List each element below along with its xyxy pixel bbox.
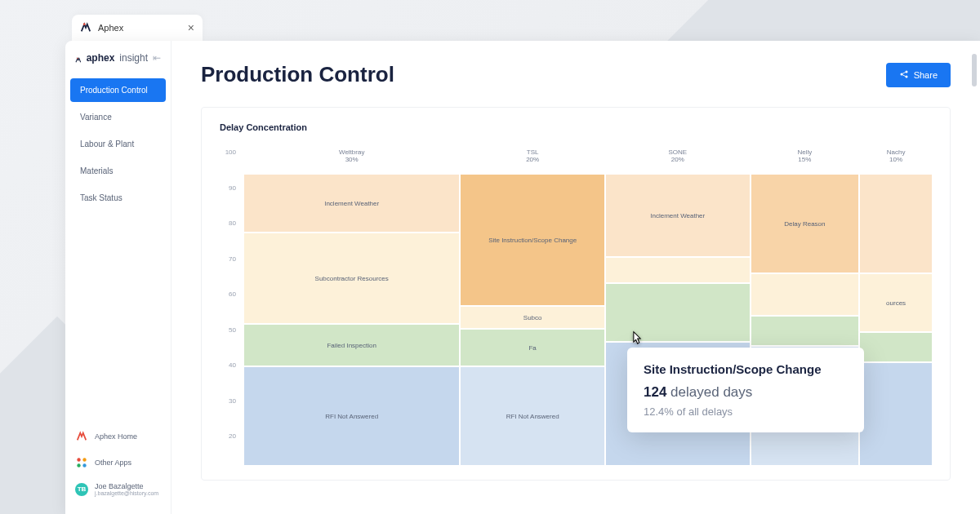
- close-icon[interactable]: ×: [188, 21, 194, 34]
- logo-name: aphex: [87, 52, 115, 64]
- scrollbar-vertical[interactable]: [972, 54, 977, 86]
- browser-tab[interactable]: Aphex ×: [72, 15, 203, 41]
- tooltip-title: Site Instruction/Scope Change: [644, 362, 848, 376]
- chart-cell[interactable]: ources: [860, 274, 932, 331]
- column-header: TSL20%: [461, 148, 604, 168]
- svg-point-2: [77, 458, 80, 461]
- app-window: aphex insight ⇤ Production Control Varia…: [65, 41, 980, 514]
- chart-cell[interactable]: RFI Not Answered: [461, 367, 604, 465]
- column-header: Nachy10%: [860, 148, 932, 168]
- chart-cell[interactable]: Site Instruction/Scope Change: [461, 175, 604, 305]
- column-header: Nelly15%: [751, 148, 859, 168]
- sidebar-item-variance[interactable]: Variance: [70, 105, 166, 129]
- aphex-home-link[interactable]: Aphex Home: [72, 423, 164, 450]
- chart-cell[interactable]: Subco: [461, 307, 604, 328]
- sidebar-item-labour-plant[interactable]: Labour & Plant: [70, 132, 166, 156]
- chart-cell[interactable]: Subcontractor Resources: [244, 233, 459, 323]
- share-button[interactable]: Share: [886, 63, 951, 87]
- collapse-sidebar-icon[interactable]: ⇤: [153, 52, 161, 64]
- chart-cell[interactable]: [860, 363, 932, 465]
- column-header: Weltbray30%: [244, 148, 459, 168]
- aphex-favicon: [80, 22, 91, 33]
- svg-point-1: [77, 58, 78, 60]
- chart-cell[interactable]: [860, 175, 932, 273]
- chart-cell[interactable]: Inclement Weather: [606, 175, 750, 256]
- user-email: j.bazalgette@history.com: [95, 490, 158, 496]
- logo: aphex insight ⇤: [65, 52, 171, 77]
- sidebar-item-task-status[interactable]: Task Status: [70, 186, 166, 210]
- user-profile[interactable]: TB Joe Bazalgette j.bazalgette@history.c…: [72, 476, 164, 503]
- aphex-logo-icon: [75, 52, 82, 64]
- chart-cell[interactable]: Inclement Weather: [244, 175, 459, 232]
- chart-tooltip: Site Instruction/Scope Change 124 delaye…: [627, 348, 864, 432]
- pointer-cursor-icon: [628, 330, 646, 348]
- tooltip-pct: 12.4% of all delays: [644, 405, 848, 418]
- svg-point-0: [83, 23, 86, 25]
- chart-cell[interactable]: [606, 258, 750, 282]
- page-title: Production Control: [201, 62, 394, 87]
- user-name: Joe Bazalgette: [95, 482, 158, 490]
- share-label: Share: [914, 70, 938, 80]
- chart-cell[interactable]: RFI Not Answered: [244, 367, 459, 465]
- svg-point-4: [77, 463, 80, 467]
- chart-cell[interactable]: [751, 317, 859, 345]
- sidebar: aphex insight ⇤ Production Control Varia…: [65, 41, 172, 514]
- svg-point-8: [905, 75, 907, 78]
- apps-grid-icon: [75, 456, 88, 469]
- chart-cell[interactable]: [751, 274, 859, 315]
- svg-point-5: [82, 463, 86, 467]
- chart-cell[interactable]: [860, 333, 932, 361]
- avatar: TB: [75, 483, 88, 496]
- main-content: Production Control Share Delay Concentra…: [172, 41, 980, 514]
- y-axis: 100 90 80 70 60 50 40 30 20: [220, 148, 244, 465]
- chart-cell[interactable]: Delay Reason: [751, 175, 859, 273]
- chart-cell[interactable]: Failed Inspection: [244, 325, 459, 366]
- column-header: SONE20%: [606, 148, 750, 168]
- other-apps-label: Other Apps: [95, 459, 131, 467]
- aphex-home-icon: [75, 430, 88, 443]
- aphex-home-label: Aphex Home: [95, 432, 137, 441]
- svg-point-7: [905, 70, 907, 73]
- chart-cell[interactable]: Fa: [461, 330, 604, 366]
- logo-product: insight: [119, 52, 148, 64]
- svg-point-3: [82, 458, 86, 461]
- sidebar-item-production-control[interactable]: Production Control: [70, 78, 166, 102]
- sidebar-item-materials[interactable]: Materials: [70, 159, 166, 183]
- chart-title: Delay Concentration: [220, 122, 932, 132]
- other-apps-link[interactable]: Other Apps: [72, 450, 164, 476]
- tab-title: Aphex: [98, 23, 181, 33]
- share-icon: [899, 69, 909, 81]
- tooltip-value: 124 delayed days: [644, 384, 848, 401]
